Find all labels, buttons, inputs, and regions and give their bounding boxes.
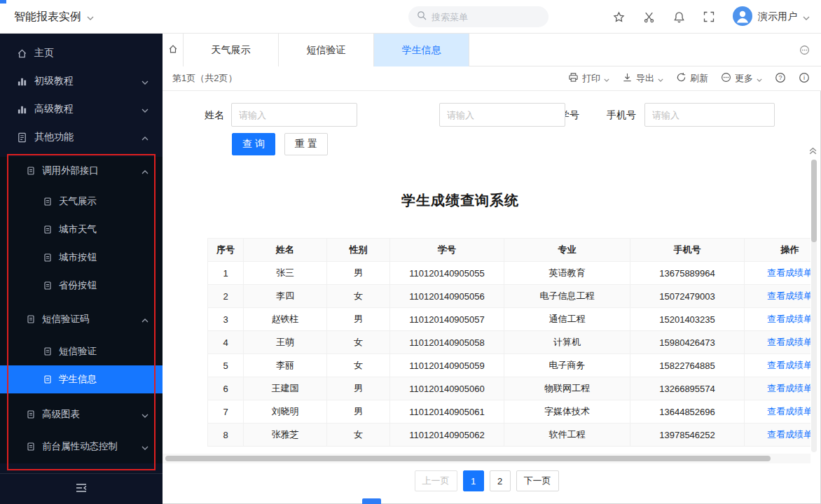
scroll-to-top-icon[interactable] [808, 146, 817, 158]
cell-index: 8 [208, 424, 244, 447]
sidebar-item-other-functions[interactable]: 其他功能 [0, 123, 163, 151]
prev-page-button[interactable]: 上一页 [415, 470, 457, 491]
student-id-input[interactable] [439, 103, 565, 127]
search-input[interactable] [432, 12, 537, 22]
table-row: 3 赵铁柱 男 110120140905057 通信工程 15201403235… [208, 308, 811, 331]
star-icon[interactable] [613, 11, 625, 23]
user-menu[interactable]: 演示用户 [733, 6, 810, 28]
cell-student-id: 110120140905055 [390, 262, 504, 285]
cell-student-id: 110120140905058 [390, 331, 504, 354]
sidebar-item-label: 初级教程 [34, 75, 74, 88]
sidebar-item-province-button[interactable]: 省份按钮 [0, 272, 163, 300]
view-score-link[interactable]: 查看成绩单 [767, 406, 810, 416]
chevron-up-icon [142, 314, 149, 325]
info-button[interactable]: i [799, 72, 810, 85]
vertical-scrollbar[interactable] [811, 160, 817, 452]
avatar [733, 6, 752, 28]
scissors-icon[interactable] [643, 11, 655, 23]
sidebar-item-frontend-property-control[interactable]: 前台属性动态控制 [0, 433, 163, 461]
view-score-link[interactable]: 查看成绩单 [767, 337, 810, 347]
pagination: 上一页 1 2 下一页 [163, 469, 810, 493]
sidebar-item-external-api[interactable]: 调用外部接口 [0, 157, 163, 185]
view-score-link[interactable]: 查看成绩单 [767, 314, 810, 324]
sidebar-item-home[interactable]: 主页 [0, 39, 163, 67]
table-row: 2 李四 女 110120140905056 电子信息工程 1507247900… [208, 285, 811, 308]
view-score-link[interactable]: 查看成绩单 [767, 429, 810, 440]
view-score-link[interactable]: 查看成绩单 [767, 360, 810, 370]
chevron-down-icon [658, 74, 663, 84]
bar-chart-icon [17, 104, 27, 115]
page-button-1[interactable]: 1 [463, 470, 484, 491]
chevron-down-icon [604, 74, 609, 84]
tab-sms-verify[interactable]: 短信验证 [279, 34, 374, 66]
view-score-link[interactable]: 查看成绩单 [767, 267, 810, 278]
cell-major: 英语教育 [504, 262, 630, 285]
sidebar-item-sms-code[interactable]: 短信验证码 [0, 305, 163, 333]
sidebar-item-student-info[interactable]: 学生信息 [0, 365, 163, 393]
sidebar-collapse-toggle[interactable] [0, 473, 163, 504]
table-row: 6 王建国 男 110120140905060 物联网工程 1326689557… [208, 377, 811, 400]
sidebar-item-label: 城市按钮 [59, 251, 97, 264]
view-score-link[interactable]: 查看成绩单 [767, 290, 810, 301]
export-button[interactable]: 导出 [622, 72, 663, 85]
help-button[interactable]: ? [775, 72, 786, 85]
cell-name: 王萌 [244, 331, 327, 354]
more-button[interactable]: 更多 [721, 72, 762, 85]
sidebar-item-label: 主页 [34, 47, 54, 59]
info-circle-icon: i [799, 72, 810, 85]
tab-weather-display[interactable]: 天气展示 [184, 34, 279, 66]
tab-label: 学生信息 [402, 44, 441, 57]
menu-search[interactable] [408, 6, 549, 27]
cell-phone: 13644852696 [630, 400, 745, 424]
fullscreen-icon[interactable] [703, 11, 715, 22]
home-icon [17, 48, 27, 59]
cell-phone: 15072479003 [630, 285, 745, 308]
sidebar-item-label: 高级图表 [42, 408, 80, 421]
cell-index: 5 [208, 354, 244, 377]
sidebar-item-advanced-charts[interactable]: 高级图表 [0, 400, 163, 428]
cell-student-id: 110120140905060 [390, 377, 504, 400]
app-title-menu[interactable]: 智能报表实例 [14, 0, 94, 34]
cell-action: 查看成绩单 [745, 331, 811, 354]
tab-home[interactable] [163, 34, 184, 66]
phone-input[interactable] [644, 103, 775, 127]
cell-gender: 男 [327, 308, 390, 331]
chevron-down-icon [803, 11, 810, 22]
vertical-scrollbar-thumb[interactable] [811, 160, 817, 242]
bell-icon[interactable] [673, 11, 685, 23]
header-index: 序号 [208, 239, 244, 262]
sidebar-item-city-button[interactable]: 城市按钮 [0, 244, 163, 272]
cell-index: 7 [208, 400, 244, 424]
horizontal-scrollbar-thumb[interactable] [165, 456, 771, 461]
sidebar-item-beginner-tutorial[interactable]: 初级教程 [0, 67, 163, 95]
sidebar-item-sms-verify[interactable]: 短信验证 [0, 337, 163, 365]
page-button-2[interactable]: 2 [490, 470, 511, 491]
sidebar: 主页 初级教程 高级教程 其他功能 调用外部接口 [0, 34, 163, 504]
cell-phone: 15980426473 [630, 331, 745, 354]
cell-name: 张三 [244, 262, 327, 285]
name-input[interactable] [231, 103, 357, 127]
sidebar-item-label: 短信验证码 [42, 313, 90, 326]
sidebar-item-advanced-tutorial[interactable]: 高级教程 [0, 95, 163, 123]
svg-text:?: ? [778, 74, 782, 81]
tab-student-info[interactable]: 学生信息 [374, 34, 469, 66]
query-button[interactable]: 查 询 [232, 133, 275, 155]
chevron-down-icon [142, 410, 149, 420]
page-indicator: 第1页（共2页） [172, 72, 237, 85]
app-title: 智能报表实例 [14, 10, 81, 24]
reset-button[interactable]: 重 置 [284, 133, 328, 155]
sidebar-item-weather-display[interactable]: 天气展示 [0, 188, 163, 216]
sidebar-item-label: 省份按钮 [59, 279, 97, 292]
horizontal-scrollbar[interactable] [163, 454, 810, 463]
refresh-button[interactable]: 刷新 [676, 72, 708, 85]
sidebar-item-city-weather[interactable]: 城市天气 [0, 216, 163, 244]
view-score-link[interactable]: 查看成绩单 [767, 383, 810, 393]
cell-gender: 男 [327, 262, 390, 285]
tab-options-icon[interactable] [799, 45, 810, 58]
header-phone: 手机号 [630, 239, 745, 262]
print-button[interactable]: 打印 [568, 72, 609, 85]
header-student-id: 学号 [390, 239, 504, 262]
cell-phone: 13266895574 [630, 377, 745, 400]
table-row: 4 王萌 女 110120140905058 计算机 15980426473 查… [208, 331, 811, 354]
next-page-button[interactable]: 下一页 [516, 470, 559, 491]
